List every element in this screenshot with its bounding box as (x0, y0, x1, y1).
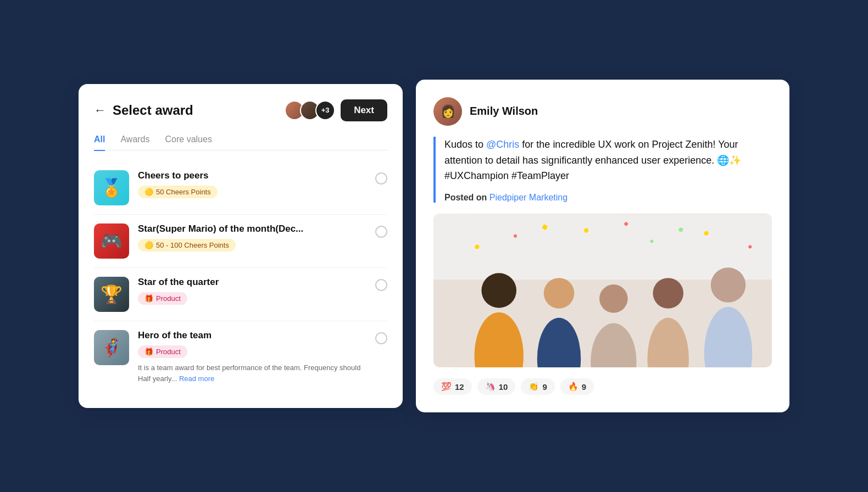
product-icon-quarter: 🎁 (144, 294, 153, 303)
post-header: 👩 Emily Wilson (433, 97, 772, 126)
award-image-hero: 🦸 (94, 330, 129, 365)
tab-all[interactable]: All (94, 135, 105, 151)
back-button[interactable]: ← (94, 103, 106, 118)
reaction-emoji-1: 🦄 (485, 382, 496, 392)
next-button[interactable]: Next (341, 99, 387, 121)
award-name-mario: Star(Super Mario) of the month(Dec... (138, 223, 366, 234)
award-name-quarter: Star of the quarter (138, 277, 366, 288)
reaction-emoji-0: 💯 (441, 382, 452, 392)
award-tag-mario: 🟡 50 - 100 Cheers Points (138, 239, 236, 251)
posted-on-link[interactable]: Piedpiper Marketing (489, 193, 567, 202)
reaction-100[interactable]: 💯 12 (433, 378, 472, 395)
svg-point-11 (711, 267, 746, 303)
reactions: 💯 12 🦄 10 👏 9 🔥 9 (433, 378, 772, 395)
header-left: ← Select award (94, 103, 193, 118)
tab-core-values[interactable]: Core values (165, 135, 212, 151)
post-mention[interactable]: @Chris (486, 139, 519, 150)
tabs: All Awards Core values (94, 135, 387, 151)
award-item-hero[interactable]: 🦸 Hero of the team 🎁 Product It is a tea… (94, 321, 387, 393)
award-radio-cheers[interactable] (375, 172, 387, 185)
award-radio-quarter[interactable] (375, 279, 387, 291)
svg-point-16 (704, 231, 709, 236)
award-radio-mario[interactable] (375, 226, 387, 238)
award-name-hero: Hero of the team (138, 330, 366, 341)
reaction-fire[interactable]: 🔥 9 (560, 378, 594, 395)
header-right: +3 Next (285, 99, 387, 121)
post-avatar: 👩 (433, 97, 462, 126)
panel-header: ← Select award +3 Next (94, 99, 387, 121)
reaction-unicorn[interactable]: 🦄 10 (477, 378, 516, 395)
award-image-cheers: 🏅 (94, 170, 129, 205)
reaction-emoji-2: 👏 (528, 382, 539, 392)
award-list: 🏅 Cheers to peers 🟡 50 Cheers Points 🎮 S… (94, 161, 387, 393)
panel-title: Select award (113, 103, 193, 118)
read-more-link[interactable]: Read more (179, 374, 214, 383)
award-tag-cheers: 🟡 50 Cheers Points (138, 186, 218, 198)
reaction-count-3: 9 (582, 382, 586, 392)
svg-point-15 (650, 240, 653, 243)
award-item-mario[interactable]: 🎮 Star(Super Mario) of the month(Dec... … (94, 215, 387, 268)
award-desc-hero: It is a team award for best performance … (138, 362, 366, 384)
svg-point-5 (544, 278, 575, 309)
reaction-count-0: 12 (455, 382, 464, 392)
post-author: Emily Wilson (470, 105, 538, 118)
post-panel: 👩 Emily Wilson Kudos to @Chris for the i… (416, 80, 789, 412)
avatar-stack: +3 (285, 100, 335, 120)
svg-point-14 (584, 228, 588, 233)
award-name-cheers: Cheers to peers (138, 170, 366, 181)
post-body: Kudos to @Chris for the incredible UX wo… (433, 137, 772, 203)
avatar-count: +3 (315, 100, 335, 120)
award-content-quarter: Star of the quarter 🎁 Product (138, 277, 366, 305)
tab-awards[interactable]: Awards (120, 135, 149, 151)
points-icon: 🟡 (144, 188, 153, 196)
award-content-cheers: Cheers to peers 🟡 50 Cheers Points (138, 170, 366, 198)
svg-point-12 (475, 245, 480, 249)
svg-point-7 (599, 284, 628, 313)
celebration-image (433, 214, 772, 367)
product-icon-hero: 🎁 (144, 348, 153, 356)
svg-point-9 (653, 278, 683, 309)
reaction-clap[interactable]: 👏 9 (521, 378, 554, 395)
award-radio-hero[interactable] (375, 332, 387, 344)
award-content-hero: Hero of the team 🎁 Product It is a team … (138, 330, 366, 384)
select-award-panel: ← Select award +3 Next All Awards Core v… (79, 84, 403, 409)
posted-on-label: Posted on (444, 193, 487, 202)
award-item-quarter[interactable]: 🏆 Star of the quarter 🎁 Product (94, 268, 387, 321)
svg-point-13 (514, 234, 517, 238)
post-meta: Posted on Piedpiper Marketing (444, 193, 772, 203)
award-content-mario: Star(Super Mario) of the month(Dec... 🟡 … (138, 223, 366, 251)
reaction-count-1: 10 (499, 382, 508, 392)
award-image-quarter: 🏆 (94, 277, 129, 312)
post-text: Kudos to @Chris for the incredible UX wo… (444, 137, 772, 184)
award-item-cheers[interactable]: 🏅 Cheers to peers 🟡 50 Cheers Points (94, 161, 387, 215)
svg-point-3 (481, 273, 516, 308)
award-tag-hero: 🎁 Product (138, 345, 187, 358)
svg-point-17 (748, 245, 752, 249)
reaction-count-2: 9 (542, 382, 547, 392)
award-image-mario: 🎮 (94, 223, 129, 259)
reaction-emoji-3: 🔥 (568, 382, 578, 392)
post-text-before-mention: Kudos to (444, 139, 486, 150)
points-icon-mario: 🟡 (144, 241, 153, 249)
award-tag-quarter: 🎁 Product (138, 292, 187, 305)
post-image (433, 214, 772, 367)
